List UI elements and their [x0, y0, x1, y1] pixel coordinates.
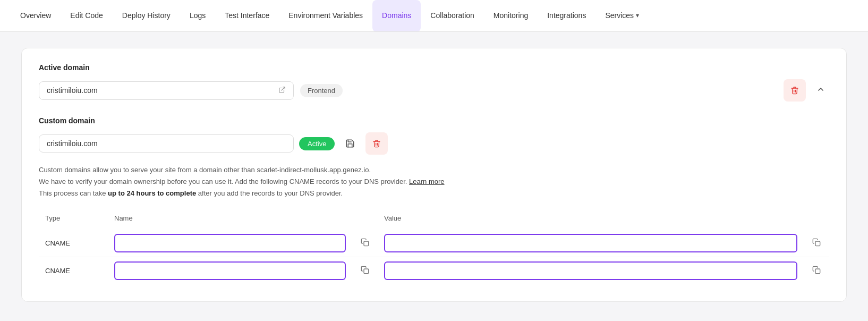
main-content: Active domain cristimiloiu.com Frontend: [0, 32, 868, 318]
record-value-cell-2: [378, 257, 804, 285]
learn-more-link[interactable]: Learn more: [409, 178, 444, 185]
record-type-1: CNAME: [39, 230, 108, 257]
record-name-cell-2: [108, 257, 352, 285]
copy-value-button-1[interactable]: [810, 236, 823, 251]
record-value-input-2[interactable]: [384, 261, 797, 280]
copy-name-button-2[interactable]: [359, 264, 371, 278]
svg-rect-3: [364, 269, 369, 274]
active-domain-title: Active domain: [39, 63, 829, 72]
record-type-2: CNAME: [39, 257, 108, 285]
copy-value-button-2[interactable]: [810, 264, 823, 278]
nav-item-deploy-history[interactable]: Deploy History: [113, 0, 180, 32]
active-badge: Active: [299, 137, 335, 150]
record-value-cell-1: [378, 230, 804, 257]
svg-rect-4: [815, 269, 820, 274]
collapse-button[interactable]: [812, 83, 829, 98]
record-name-input-2[interactable]: [114, 261, 346, 280]
record-name-cell-1: [108, 230, 352, 257]
table-row: CNAME: [39, 230, 829, 257]
table-header-name: Name: [108, 210, 352, 230]
nav-item-test-interface[interactable]: Test Interface: [215, 0, 279, 32]
table-row: CNAME: [39, 257, 829, 285]
copy-name-button-1[interactable]: [359, 236, 371, 251]
nav-item-monitoring[interactable]: Monitoring: [484, 0, 538, 32]
table-header-type: Type: [39, 210, 108, 230]
save-custom-domain-button[interactable]: [340, 133, 360, 154]
svg-rect-1: [364, 241, 369, 246]
svg-line-0: [282, 87, 285, 90]
record-name-input-1[interactable]: [114, 234, 346, 252]
nav-item-integrations[interactable]: Integrations: [538, 0, 595, 32]
services-dropdown-icon: ▾: [636, 12, 639, 19]
active-domain-value: cristimiloiu.com: [47, 86, 274, 95]
delete-custom-domain-button[interactable]: [365, 132, 388, 155]
nav-item-overview[interactable]: Overview: [11, 0, 61, 32]
nav-item-services[interactable]: Services ▾: [595, 0, 649, 32]
custom-domain-row: cristimiloiu.com Active: [39, 132, 829, 155]
active-domain-input: cristimiloiu.com: [39, 81, 294, 100]
nav-item-collaboration[interactable]: Collaboration: [421, 0, 484, 32]
active-domain-delete-button[interactable]: [784, 79, 806, 102]
svg-rect-2: [815, 241, 820, 246]
dns-records-table: Type Name Value CNAME: [39, 210, 829, 284]
active-domain-row: cristimiloiu.com Frontend: [39, 79, 829, 102]
custom-domain-value: cristimiloiu.com: [47, 139, 286, 148]
nav-item-environment-variables[interactable]: Environment Variables: [279, 0, 372, 32]
table-header-value: Value: [378, 210, 804, 230]
frontend-badge: Frontend: [300, 84, 343, 97]
description-text: Custom domains allow you to serve your s…: [39, 164, 829, 199]
custom-domain-title: Custom domain: [39, 116, 829, 125]
external-link-icon[interactable]: [278, 86, 286, 95]
nav-item-domains[interactable]: Domains: [372, 0, 421, 32]
custom-domain-input: cristimiloiu.com: [39, 134, 294, 153]
nav-item-edit-code[interactable]: Edit Code: [61, 0, 112, 32]
domains-card: Active domain cristimiloiu.com Frontend: [21, 48, 847, 302]
nav-item-logs[interactable]: Logs: [180, 0, 215, 32]
record-value-input-1[interactable]: [384, 234, 797, 252]
nav-bar: Overview Edit Code Deploy History Logs T…: [0, 0, 868, 32]
